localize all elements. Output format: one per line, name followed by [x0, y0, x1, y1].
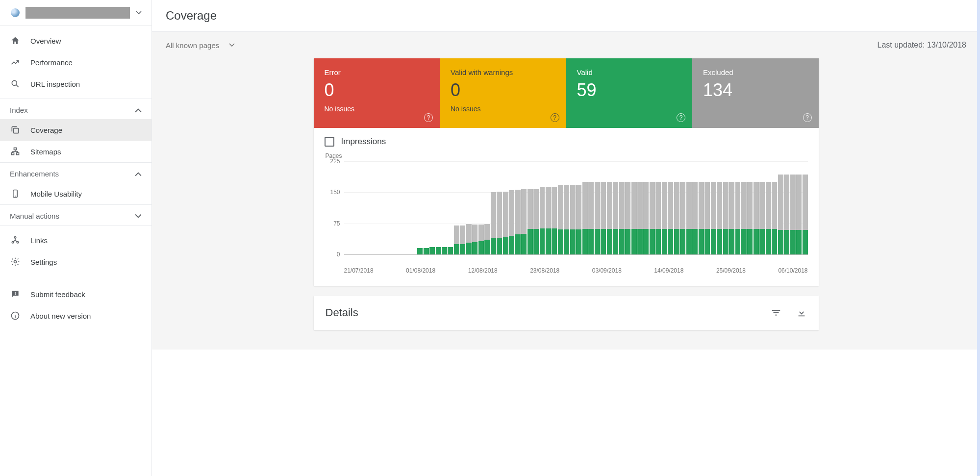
nav-header-manual-actions[interactable]: Manual actions [0, 205, 151, 225]
nav-url-inspection-label: URL inspection [30, 80, 80, 88]
help-icon[interactable]: ? [677, 113, 685, 122]
nav-submit-feedback[interactable]: Submit feedback [0, 283, 151, 305]
chart-bar[interactable] [601, 182, 606, 254]
chart-bar[interactable] [466, 224, 472, 254]
status-card-warnings[interactable]: Valid with warnings 0 No issues ? [440, 58, 566, 128]
nav-header-enhancements[interactable]: Enhancements [0, 163, 151, 183]
chart-bar[interactable] [662, 182, 667, 254]
chart-bar[interactable] [704, 182, 710, 254]
chart-bar[interactable] [613, 182, 618, 254]
help-icon[interactable]: ? [424, 113, 433, 122]
chart-bar[interactable] [533, 189, 539, 254]
property-selector[interactable] [0, 0, 151, 26]
nav-coverage-label: Coverage [30, 126, 62, 134]
chart-bar[interactable] [558, 185, 563, 254]
chart-bar[interactable] [429, 247, 435, 254]
chart-bar[interactable] [595, 182, 600, 254]
chart-bar[interactable] [576, 185, 581, 254]
chart-bar[interactable] [778, 175, 783, 254]
chart-bar[interactable] [741, 182, 747, 254]
chart-bar[interactable] [803, 175, 808, 254]
chart-bar[interactable] [790, 175, 796, 254]
nav-about-new-version[interactable]: About new version [0, 305, 151, 326]
nav-overview[interactable]: Overview [0, 30, 151, 51]
nav-coverage[interactable]: Coverage [0, 119, 151, 141]
chart-bar[interactable] [491, 192, 496, 254]
chart-bar[interactable] [478, 225, 484, 254]
chart-bar[interactable] [674, 182, 679, 254]
chart-bar[interactable] [417, 248, 423, 254]
chart-bar[interactable] [686, 182, 692, 254]
chart-bar[interactable] [521, 189, 527, 254]
chart-bar[interactable] [747, 182, 753, 254]
nav-url-inspection[interactable]: URL inspection [0, 73, 151, 95]
svg-point-6 [14, 237, 16, 238]
y-tick: 75 [333, 220, 340, 227]
chart-bar[interactable] [503, 192, 508, 254]
filter-dropdown[interactable]: All known pages [166, 41, 235, 50]
chart-bar[interactable] [509, 190, 514, 254]
chart-bar[interactable] [754, 182, 759, 254]
status-card-valid[interactable]: Valid 59 ? [566, 58, 693, 128]
status-card-error[interactable]: Error 0 No issues ? [314, 58, 440, 128]
chart-bar[interactable] [637, 182, 643, 254]
chart-bar[interactable] [650, 182, 655, 254]
nav-header-index[interactable]: Index [0, 99, 151, 119]
chart-bar[interactable] [735, 182, 741, 254]
chart-bar[interactable] [570, 185, 576, 254]
chart-bar[interactable] [619, 182, 625, 254]
chart-bar[interactable] [723, 182, 729, 254]
nav-sitemaps[interactable]: Sitemaps [0, 141, 151, 162]
chart-bar[interactable] [436, 247, 441, 254]
nav-settings[interactable]: Settings [0, 251, 151, 273]
impressions-checkbox[interactable] [325, 137, 334, 147]
chart-bar[interactable] [454, 225, 459, 254]
chart-bar[interactable] [448, 247, 453, 254]
chart-bar[interactable] [784, 175, 789, 254]
chart-bar[interactable] [607, 182, 612, 254]
links-icon [10, 235, 21, 245]
status-card-excluded[interactable]: Excluded 134 ? [692, 58, 819, 128]
chart-bar[interactable] [472, 225, 477, 254]
chart-bar[interactable] [515, 190, 521, 254]
nav-mobile-usability[interactable]: Mobile Usability [0, 183, 151, 204]
status-error-label: Error [325, 68, 429, 76]
chart-bar[interactable] [442, 247, 447, 254]
chart-bar[interactable] [528, 189, 533, 254]
help-icon[interactable]: ? [803, 113, 812, 122]
chart-bar[interactable] [460, 225, 465, 254]
nav-links[interactable]: Links [0, 229, 151, 251]
chart-bar[interactable] [711, 182, 716, 254]
chart-bar[interactable] [729, 182, 734, 254]
chart-bar[interactable] [497, 192, 502, 254]
chart-bar[interactable] [717, 182, 722, 254]
chart-bar[interactable] [625, 182, 630, 254]
chart-bar[interactable] [699, 182, 704, 254]
smartphone-icon [10, 189, 21, 199]
chart-bar[interactable] [796, 175, 802, 254]
chart-bar[interactable] [668, 182, 673, 254]
filter-list-icon[interactable] [771, 307, 781, 318]
chart-bar[interactable] [588, 182, 594, 254]
chart-bar[interactable] [680, 182, 685, 254]
chart-bar[interactable] [424, 248, 429, 254]
help-icon[interactable]: ? [551, 113, 559, 122]
chart-bar[interactable] [631, 182, 637, 254]
chart-bar[interactable] [552, 187, 557, 254]
chart-bar[interactable] [540, 187, 545, 254]
chart-bar[interactable] [546, 187, 551, 254]
chart-bar[interactable] [759, 182, 765, 254]
status-valid-value: 59 [577, 80, 682, 100]
download-icon[interactable] [796, 307, 807, 318]
chart-bar[interactable] [484, 224, 490, 254]
chart-bar[interactable] [766, 182, 771, 254]
chart-bar[interactable] [643, 182, 649, 254]
chart-bar[interactable] [582, 182, 588, 254]
copy-icon [10, 125, 21, 135]
main-content: Coverage All known pages Last updated: 1… [152, 0, 980, 476]
chart-bar[interactable] [772, 182, 777, 254]
nav-performance[interactable]: Performance [0, 51, 151, 73]
chart-bar[interactable] [564, 185, 569, 254]
chart-bar[interactable] [692, 182, 698, 254]
chart-bar[interactable] [655, 182, 661, 254]
